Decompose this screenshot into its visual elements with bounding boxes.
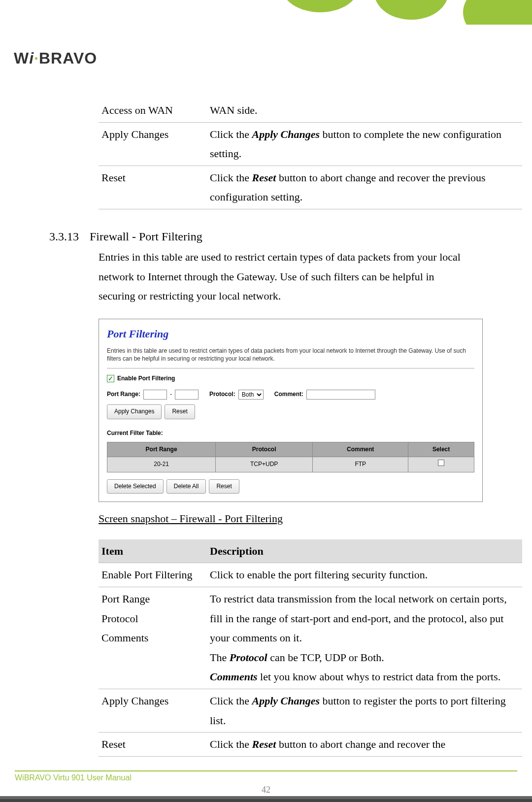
reset-button-2[interactable]: Reset — [209, 479, 239, 494]
footer-title: WiBRAVO Virtu 901 User Manual — [15, 770, 517, 782]
text-bold: Reset — [252, 738, 276, 750]
page-number: 42 — [0, 785, 532, 795]
header-decor — [0, 0, 532, 25]
text-bold: Current Filter Table: — [107, 428, 163, 439]
col-select: Select — [408, 442, 474, 457]
decor-blob — [463, 0, 532, 25]
decor-blob — [374, 0, 448, 20]
cell-item: Reset — [99, 166, 207, 209]
logo-w: W — [14, 49, 29, 67]
cell-desc: WAN side. — [207, 99, 522, 122]
text: let you know about whys to restrict data… — [258, 670, 501, 683]
col-port-range: Port Range — [107, 442, 216, 457]
cell-item: Reset — [99, 733, 207, 757]
text-bold: Reset — [252, 171, 276, 184]
text: The — [210, 651, 230, 664]
reset-button[interactable]: Reset — [165, 404, 195, 419]
cell-desc: To restrict data transmission from the l… — [207, 587, 522, 689]
text-bold: Apply Changes — [252, 128, 320, 140]
cell-port-range: 20-21 — [107, 457, 216, 472]
text: Click the — [210, 738, 252, 750]
section-body: Entries in this table are used to restri… — [99, 247, 473, 306]
row-select-checkbox[interactable] — [438, 460, 444, 466]
delete-all-button[interactable]: Delete All — [166, 479, 206, 494]
top-params-table: Access on WAN WAN side. Apply Changes Cl… — [99, 99, 522, 209]
enable-row: ✓ Enable Port Filtering — [107, 373, 474, 384]
shot-desc: Entries in this table are used to restri… — [107, 347, 474, 364]
apply-changes-button[interactable]: Apply Changes — [107, 404, 162, 419]
text-bold: Protocol — [230, 651, 267, 664]
bar — [0, 799, 532, 802]
button-row: Apply Changes Reset — [107, 404, 474, 419]
divider — [107, 368, 474, 368]
comment-input[interactable] — [306, 390, 375, 400]
brand-logo: Wi·BRAVO — [14, 49, 97, 67]
table-row: Reset Click the Reset button to abort ch… — [99, 166, 522, 209]
text: Click the — [210, 695, 252, 707]
cell-desc: Click to enable the port filtering secur… — [207, 563, 522, 587]
cell-item: Enable Port Filtering — [99, 563, 207, 587]
port-end-input[interactable] — [175, 390, 199, 400]
cell-desc: Click the Reset button to abort change a… — [207, 733, 522, 757]
table-row: Port Range Protocol Comments To restrict… — [99, 587, 522, 689]
table-row: Reset Click the Reset button to abort ch… — [99, 733, 522, 757]
header-item: Item — [99, 539, 207, 563]
cell-desc: Click the Apply Changes button to regist… — [207, 689, 522, 733]
table-row: Apply Changes Click the Apply Changes bu… — [99, 689, 522, 733]
table-row: 20-21 TCP+UDP FTP — [107, 457, 474, 472]
delete-selected-button[interactable]: Delete Selected — [107, 479, 164, 494]
decor-blob — [281, 0, 360, 12]
cell-item: Apply Changes — [99, 689, 207, 733]
text-bold: Comments — [210, 670, 258, 683]
port-start-input[interactable] — [143, 390, 167, 400]
table-row: Access on WAN WAN side. — [99, 99, 522, 122]
comment-label: Comment: — [274, 389, 303, 400]
enable-port-filtering-checkbox[interactable]: ✓ — [107, 375, 114, 382]
protocol-label: Protocol: — [209, 389, 235, 400]
text: Click the — [210, 128, 252, 140]
cell-item: Port Range Protocol Comments — [99, 587, 207, 689]
embedded-screenshot: Port Filtering Entries in this table are… — [99, 319, 483, 502]
text-bold: Apply Changes — [252, 695, 320, 707]
cell-protocol: TCP+UDP — [216, 457, 313, 472]
cell-desc: Click the Apply Changes button to comple… — [207, 122, 522, 166]
table-header-row: Port Range Protocol Comment Select — [107, 442, 474, 457]
text: Click the — [210, 171, 252, 184]
enable-label: Enable Port Filtering — [117, 373, 175, 384]
button-row-2: Delete Selected Delete All Reset — [107, 479, 474, 494]
text: Comments — [101, 628, 204, 648]
cell-select — [408, 457, 474, 472]
table-header-row: Item Description — [99, 539, 522, 563]
description-table: Item Description Enable Port Filtering C… — [99, 539, 522, 757]
logo-rest: BRAVO — [39, 49, 97, 67]
section-number: 3.3.13 — [49, 230, 79, 243]
port-row: Port Range: - Protocol: Both Comment: — [107, 389, 474, 400]
footer-bars — [0, 796, 532, 802]
port-range-label: Port Range: — [107, 389, 140, 400]
table-row: Apply Changes Click the Apply Changes bu… — [99, 122, 522, 166]
current-filter-caption: Current Filter Table: — [107, 428, 474, 439]
cell-item: Access on WAN — [99, 99, 207, 122]
cell-comment: FTP — [313, 457, 408, 472]
text: can be TCP, UDP or Both. — [267, 651, 384, 664]
table-row: Enable Port Filtering Click to enable th… — [99, 563, 522, 587]
screenshot-caption: Screen snapshot – Firewall - Port Filter… — [99, 509, 483, 529]
text: Protocol — [101, 609, 204, 629]
section-heading: 3.3.13 Firewall - Port Filtering — [49, 226, 483, 247]
filter-table: Port Range Protocol Comment Select 20-21… — [107, 442, 474, 472]
logo-dot: · — [34, 49, 39, 67]
text: button to abort change and recover the — [276, 738, 445, 750]
section-title: Firewall - Port Filtering — [90, 230, 202, 243]
text: Port Range — [101, 589, 204, 609]
dash: - — [170, 389, 172, 400]
cell-desc: Click the Reset button to abort change a… — [207, 166, 522, 209]
shot-title: Port Filtering — [107, 324, 474, 344]
protocol-select[interactable]: Both — [238, 390, 264, 400]
cell-item: Apply Changes — [99, 122, 207, 166]
col-protocol: Protocol — [216, 442, 313, 457]
col-comment: Comment — [313, 442, 408, 457]
text: To restrict data transmission from the l… — [210, 589, 519, 648]
logo-i: i — [29, 49, 34, 67]
header-desc: Description — [207, 539, 522, 563]
